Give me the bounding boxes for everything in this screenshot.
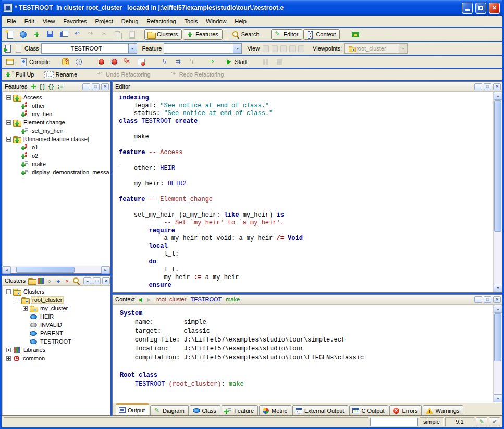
features-tree-item-display-demonstration-messa[interactable]: display_demonstration_messa <box>4 168 110 176</box>
crumb-cluster[interactable]: root_cluster <box>156 296 186 302</box>
clusters-tree-item-my-cluster[interactable]: my_cluster <box>4 304 110 312</box>
tab-errors[interactable]: Errors <box>389 405 422 415</box>
info-button[interactable]: i <box>72 57 85 67</box>
features-tree-item-make[interactable]: make <box>4 160 110 168</box>
new-item-icon[interactable] <box>30 29 43 40</box>
class-combo[interactable]: TESTROOT ▼ <box>41 43 137 54</box>
open-icon[interactable] <box>17 30 29 40</box>
search-button[interactable]: Search <box>229 29 262 40</box>
save-icon[interactable] <box>44 29 56 40</box>
remove-diamond-icon[interactable]: ◇ <box>45 276 54 285</box>
expander-plus-icon[interactable] <box>6 348 11 352</box>
context-button[interactable]: Context <box>303 29 340 40</box>
menu-debug[interactable]: Debug <box>117 17 142 26</box>
expander-plus-icon[interactable] <box>6 356 11 361</box>
scroll-left-button[interactable]: ◄ <box>2 266 11 274</box>
rename-button[interactable]: I…Rename <box>42 70 79 80</box>
panel-maximize-button[interactable]: □ <box>92 83 100 90</box>
expander-plus-icon[interactable] <box>23 306 28 311</box>
features-hscrollbar[interactable]: ◄ ► <box>2 266 110 273</box>
features-tree-item-other[interactable]: other <box>4 102 110 110</box>
menu-help[interactable]: Help <box>230 17 251 26</box>
expander-minus-icon[interactable] <box>6 289 11 294</box>
feature-assign-icon[interactable]: := <box>55 82 64 91</box>
libraries-tool-icon[interactable] <box>36 276 45 285</box>
panel-minimize-button[interactable]: – <box>83 277 91 284</box>
blue-diamond-icon[interactable]: ◆ <box>54 276 63 285</box>
features-tree-item-o2[interactable]: o2 <box>4 152 110 160</box>
close-button[interactable]: ✕ <box>489 3 500 14</box>
tab-c-output[interactable]: C Output <box>349 405 388 415</box>
clusters-tree-item-clusters[interactable]: Clusters <box>4 287 110 296</box>
drop-breakpoint-icon[interactable] <box>95 57 107 67</box>
run-to-cursor-icon[interactable]: ⇒ <box>205 57 217 67</box>
scroll-up-button[interactable]: ▲ <box>494 92 502 100</box>
panel-close-button[interactable]: ✕ <box>493 83 501 90</box>
panel-close-button[interactable]: ✕ <box>493 296 501 303</box>
tab-warnings[interactable]: Warnings <box>423 405 463 415</box>
panel-minimize-button[interactable]: – <box>474 296 482 303</box>
panel-maximize-button[interactable]: □ <box>484 296 491 303</box>
scroll-track[interactable] <box>494 100 502 284</box>
features-tree-item-my-heir[interactable]: my_heir <box>4 110 110 118</box>
expander-minus-icon[interactable] <box>6 120 11 125</box>
edit-mode-button[interactable]: ✎ <box>476 417 487 426</box>
tab-metric[interactable]: Metric <box>259 405 291 415</box>
external-commands-icon[interactable] <box>349 30 362 40</box>
clusters-tree-item-invalid[interactable]: INVALID <box>4 321 110 329</box>
step-into-icon[interactable]: ⇉ <box>171 57 184 67</box>
scroll-up-button[interactable]: ▲ <box>494 305 502 313</box>
expander-minus-icon[interactable] <box>6 95 11 100</box>
editor-button[interactable]: ✎Editor <box>271 29 303 40</box>
scroll-thumb[interactable] <box>16 267 75 273</box>
scroll-thumb[interactable] <box>494 313 501 361</box>
context-output[interactable]: System name: simple target: classic conf… <box>113 305 493 402</box>
editor-vscrollbar[interactable]: ▲ ▼ <box>493 92 502 292</box>
clusters-button[interactable]: Clusters <box>144 29 182 40</box>
features-tree-item-element-change[interactable]: Element change <box>4 118 110 127</box>
clusters-tree-item-libraries[interactable]: Libraries <box>4 346 110 354</box>
scroll-down-button[interactable]: ▼ <box>494 394 502 402</box>
scroll-track[interactable] <box>494 313 502 394</box>
features-tree-item-set-my-heir[interactable]: set_my_heir <box>4 127 110 135</box>
menu-file[interactable]: File <box>3 17 20 26</box>
chevron-down-icon[interactable]: ▼ <box>128 44 137 53</box>
menu-view[interactable]: View <box>39 17 59 26</box>
tab-diagram[interactable]: ✎Diagram <box>150 405 189 415</box>
features-tree-item-unnamed-feature-clause[interactable]: [Unnamed feature clause] <box>4 135 110 143</box>
clusters-tree-item-root-cluster[interactable]: root_cluster <box>4 296 110 304</box>
status-input[interactable] <box>370 418 418 426</box>
panel-maximize-button[interactable]: □ <box>93 277 101 284</box>
clusters-tree-item-common[interactable]: common <box>4 354 110 362</box>
menu-favorites[interactable]: Favorites <box>59 17 91 26</box>
scroll-thumb[interactable] <box>494 100 501 232</box>
context-vscrollbar[interactable]: ▲ ▼ <box>493 305 502 402</box>
class-tool-icon[interactable] <box>4 44 12 53</box>
undo-icon[interactable]: ↶ <box>71 29 83 40</box>
delete-icon[interactable]: ✕ <box>63 276 71 285</box>
start-button[interactable]: Start <box>223 57 249 67</box>
expander-minus-icon[interactable] <box>15 298 19 302</box>
remove-breakpoints-icon[interactable]: ✕ <box>121 57 134 67</box>
tab-class[interactable]: Class <box>190 405 221 415</box>
crumb-feature[interactable]: make <box>226 296 240 302</box>
back-icon[interactable]: ◀ <box>137 297 144 302</box>
step-over-icon[interactable]: ↳ <box>158 57 170 67</box>
menu-tools[interactable]: Tools <box>180 17 202 26</box>
project-settings-button[interactable] <box>4 57 16 67</box>
error-info-button[interactable] <box>59 57 71 67</box>
feature-braces-icon[interactable]: {} <box>46 82 55 91</box>
breakpoints-icon[interactable] <box>108 57 120 67</box>
menu-project[interactable]: Project <box>91 17 117 26</box>
chevron-down-icon[interactable]: ▼ <box>233 44 241 53</box>
features-tree-item-o1[interactable]: o1 <box>4 143 110 152</box>
pull-up-button[interactable]: Pull Up <box>4 69 36 80</box>
scroll-down-button[interactable]: ▼ <box>494 284 502 292</box>
check-button[interactable]: ✔ <box>489 417 500 426</box>
menu-edit[interactable]: Edit <box>20 17 39 26</box>
clusters-tree-item-parent[interactable]: PARENT <box>4 329 110 337</box>
tab-feature[interactable]: Feature <box>222 405 258 415</box>
feature-brackets-icon[interactable]: [] <box>38 82 46 91</box>
panel-maximize-button[interactable]: □ <box>484 83 491 90</box>
new-document-icon[interactable] <box>4 29 16 40</box>
